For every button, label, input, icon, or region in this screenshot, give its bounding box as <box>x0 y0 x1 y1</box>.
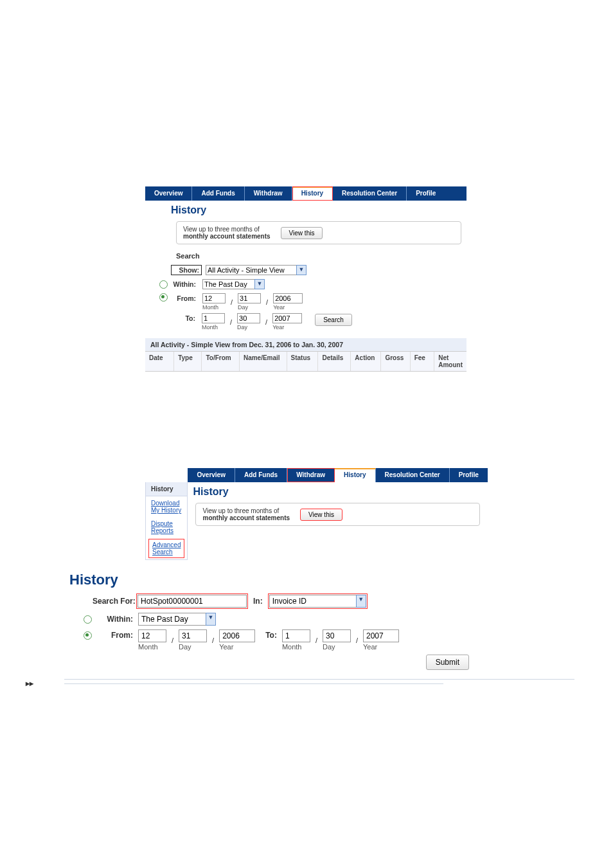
statements-text: View up to three months of monthly accou… <box>183 226 271 240</box>
search-for-label: Search For: <box>93 597 131 605</box>
from-month-sublabel: Month <box>202 304 226 311</box>
to-label: To: <box>171 313 198 322</box>
from-month-input[interactable] <box>202 293 226 303</box>
search-button[interactable]: Search <box>315 314 352 326</box>
adv-to-month[interactable] <box>282 629 310 642</box>
chevron-down-icon[interactable]: ▼ <box>254 279 265 289</box>
chevron-down-icon[interactable]: ▼ <box>296 265 306 275</box>
link-dispute-reports[interactable]: Dispute Reports <box>146 517 187 538</box>
adv-from-day[interactable] <box>179 629 207 642</box>
tab-profile[interactable]: Profile <box>450 468 488 482</box>
link-download-history[interactable]: Download My History <box>146 496 187 517</box>
tab-history[interactable]: History <box>335 468 375 482</box>
page-title-3: History <box>69 572 475 588</box>
adv-to-day[interactable] <box>323 629 351 642</box>
tabbar-2: Overview Add Funds Withdraw History Reso… <box>188 468 487 482</box>
tab-profile[interactable]: Profile <box>407 186 445 201</box>
adv-from-label: From: <box>97 629 133 640</box>
view-statements-button[interactable]: View this <box>281 227 323 239</box>
in-label: In: <box>253 597 263 606</box>
tab-overview[interactable]: Overview <box>145 186 192 201</box>
tabbar: Overview Add Funds Withdraw History Reso… <box>145 186 466 201</box>
tab-add-funds[interactable]: Add Funds <box>235 468 287 482</box>
adv-from-year[interactable] <box>219 629 255 642</box>
from-radio[interactable] <box>159 293 168 302</box>
col-netamount: Net Amount <box>434 352 466 371</box>
tab-withdraw[interactable]: Withdraw <box>287 468 335 482</box>
link-advanced-search[interactable]: Advanced Search <box>148 539 184 558</box>
col-fee: Fee <box>411 352 435 371</box>
adv-within-label: Within: <box>97 615 133 624</box>
adv-from-year-sublabel: Year <box>219 643 255 651</box>
adv-within-select[interactable]: ▼ <box>138 613 216 626</box>
search-section-title: Search <box>176 252 466 260</box>
chevron-down-icon[interactable]: ▼ <box>206 613 216 626</box>
adv-within-radio[interactable] <box>84 615 92 624</box>
page-title-2: History <box>193 486 487 498</box>
from-label: From: <box>172 293 199 302</box>
from-day-sublabel: Day <box>238 304 261 311</box>
to-month-sublabel: Month <box>202 324 225 330</box>
from-day-input[interactable] <box>238 293 261 303</box>
col-action: Action <box>351 352 381 371</box>
adv-to-month-sublabel: Month <box>282 643 310 651</box>
to-day-input[interactable] <box>237 313 260 323</box>
adv-to-year[interactable] <box>363 629 399 642</box>
tab-overview[interactable]: Overview <box>188 468 235 482</box>
adv-from-radio[interactable] <box>84 631 92 640</box>
within-select-value[interactable] <box>202 279 254 289</box>
expand-icon[interactable]: ▸▸ <box>24 679 35 688</box>
col-date: Date <box>145 352 174 371</box>
show-select[interactable]: ▼ <box>206 265 306 275</box>
chevron-down-icon[interactable]: ▼ <box>356 595 366 608</box>
adv-from-day-sublabel: Day <box>179 643 207 651</box>
to-year-sublabel: Year <box>272 324 302 330</box>
left-menu: History Download My History Dispute Repo… <box>145 482 188 560</box>
search-for-outline <box>136 593 248 609</box>
from-year-input[interactable] <box>273 293 303 303</box>
adv-from-month-sublabel: Month <box>138 643 166 651</box>
col-status: Status <box>287 352 319 371</box>
in-select[interactable]: ▼ <box>269 595 366 608</box>
view-statements-button-2[interactable]: View this <box>300 509 342 521</box>
to-month-input[interactable] <box>202 313 225 323</box>
within-select[interactable]: ▼ <box>202 279 265 289</box>
show-select-value[interactable] <box>206 265 296 275</box>
statements-bar: View up to three months of monthly accou… <box>176 221 461 244</box>
within-radio[interactable] <box>159 280 168 289</box>
col-gross: Gross <box>381 352 410 371</box>
tab-history[interactable]: History <box>292 186 333 201</box>
col-nameemail: Name/Email <box>240 352 287 371</box>
submit-button[interactable]: Submit <box>426 655 469 670</box>
results-title: All Activity - Simple View from Dec. 31,… <box>145 338 466 351</box>
within-label: Within: <box>172 280 199 288</box>
show-label: Show: <box>171 265 202 275</box>
from-year-sublabel: Year <box>273 304 303 311</box>
adv-to-label: To: <box>260 629 277 640</box>
page-title: History <box>171 204 466 216</box>
col-tofrom: To/From <box>202 352 239 371</box>
adv-to-year-sublabel: Year <box>363 643 399 651</box>
to-day-sublabel: Day <box>237 324 260 330</box>
tab-resolution-center[interactable]: Resolution Center <box>333 186 407 201</box>
search-for-input[interactable] <box>138 595 247 608</box>
tab-withdraw[interactable]: Withdraw <box>245 186 292 201</box>
to-year-input[interactable] <box>272 313 302 323</box>
left-menu-header: History <box>146 482 187 496</box>
results-header-row: Date Type To/From Name/Email Status Deta… <box>145 351 466 372</box>
in-select-value[interactable] <box>269 595 356 608</box>
statements-text-2: View up to three months of monthly accou… <box>202 507 290 521</box>
col-type: Type <box>174 352 202 371</box>
tab-add-funds[interactable]: Add Funds <box>192 186 244 201</box>
col-details: Details <box>318 352 351 371</box>
in-select-outline: ▼ <box>268 593 368 609</box>
adv-from-month[interactable] <box>138 629 166 642</box>
adv-to-day-sublabel: Day <box>323 643 351 651</box>
statements-bar-2: View up to three months of monthly accou… <box>195 503 479 526</box>
tab-resolution-center[interactable]: Resolution Center <box>376 468 450 482</box>
adv-within-value[interactable] <box>138 613 206 626</box>
